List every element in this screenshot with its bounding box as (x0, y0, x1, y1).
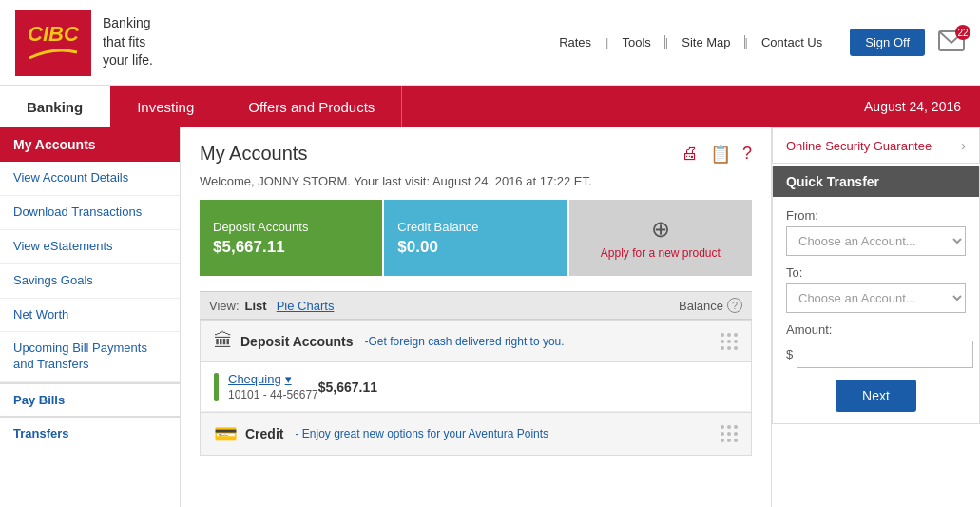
logo-swoosh (25, 45, 82, 62)
content-header: My Accounts 🖨 📋 ? (200, 143, 752, 165)
sidebar: My Accounts View Account Details Downloa… (0, 127, 181, 507)
green-bar (214, 373, 219, 401)
content-icons: 🖨 📋 ? (682, 144, 752, 165)
deposit-label: Deposit Accounts (213, 220, 369, 234)
apply-product[interactable]: ⊕ Apply for a new product (569, 200, 752, 276)
top-right-area: Rates | Tools | Site Map | Contact Us Si… (546, 29, 965, 56)
balance-help-icon[interactable]: ? (727, 298, 742, 313)
sidebar-item-upcoming[interactable]: Upcoming Bill Payments and Transfers (0, 332, 180, 382)
page-title: My Accounts (200, 143, 307, 165)
credit-card-icon: 💳 (214, 422, 238, 445)
sidebar-section-transfers[interactable]: Transfers (0, 416, 180, 449)
view-label: View: (209, 299, 240, 313)
deposit-section-title: Deposit Accounts (240, 334, 354, 349)
chequing-info: Chequing ▾ 10101 - 44-56677 (228, 372, 318, 401)
apply-text: Apply for a new product (601, 246, 721, 260)
security-text: Online Security Guarantee (786, 139, 932, 153)
security-bar[interactable]: Online Security Guarantee › (772, 127, 980, 164)
drag-handle-credit[interactable] (721, 425, 738, 442)
print-icon[interactable]: 🖨 (682, 144, 699, 165)
sidebar-item-estatements[interactable]: View eStatements (0, 230, 180, 264)
dropdown-icon[interactable]: ▾ (285, 372, 292, 386)
tools-link[interactable]: Tools (609, 35, 665, 49)
help-icon[interactable]: ? (742, 144, 752, 165)
logo-area: CIBC Banking that fits your life. (15, 10, 153, 76)
chequing-row: Chequing ▾ 10101 - 44-56677 $5,667.11 (201, 362, 751, 412)
deposit-amount: $5,667.11 (213, 238, 369, 257)
content-area: My Accounts 🖨 📋 ? Welcome, JONNY STORM. … (181, 127, 771, 507)
cibc-logo: CIBC (15, 10, 91, 76)
chevron-icon: › (961, 138, 966, 153)
deposit-section-promo: -Get foreign cash delivered right to you… (365, 335, 565, 348)
credit-section-promo: - Enjoy great new options for your Avent… (295, 427, 548, 440)
credit-amount: $0.00 (397, 238, 553, 257)
apply-icon: ⊕ (651, 216, 670, 243)
quick-transfer-body: From: Choose an Account... To: Choose an… (773, 197, 979, 423)
from-label: From: (786, 208, 966, 223)
bank-icon: 🏛 (214, 330, 233, 352)
sitemap-link[interactable]: Site Map (668, 35, 744, 49)
nav-tab-banking[interactable]: Banking (0, 86, 110, 127)
chequing-number: 10101 - 44-56677 (228, 388, 318, 401)
credit-summary: Credit Balance $0.00 (384, 200, 567, 276)
chequing-link[interactable]: Chequing ▾ (228, 372, 318, 386)
logo-tagline: Banking that fits your life. (103, 14, 153, 70)
credit-label: Credit Balance (397, 220, 553, 234)
view-list-link[interactable]: List (245, 299, 267, 313)
right-panel: Online Security Guarantee › Quick Transf… (771, 127, 980, 507)
from-account-select[interactable]: Choose an Account... (786, 226, 966, 256)
main-layout: My Accounts View Account Details Downloa… (0, 127, 980, 507)
drag-handle-deposit[interactable] (721, 333, 738, 350)
sign-off-button[interactable]: Sign Off (850, 29, 925, 56)
contact-link[interactable]: Contact Us (748, 35, 836, 49)
credit-section-title: Credit (245, 426, 283, 441)
welcome-text: Welcome, JONNY STORM. Your last visit: A… (200, 174, 752, 188)
nav-tab-offers[interactable]: Offers and Products (221, 86, 402, 127)
next-button[interactable]: Next (836, 380, 916, 412)
view-bar: View: List Pie Charts Balance ? (200, 291, 752, 320)
top-bar: CIBC Banking that fits your life. Rates … (0, 0, 980, 86)
nav-tab-investing[interactable]: Investing (110, 86, 221, 127)
sidebar-item-net-worth[interactable]: Net Worth (0, 299, 180, 333)
sidebar-item-download[interactable]: Download Transactions (0, 196, 180, 230)
to-account-select[interactable]: Choose an Account... (786, 283, 966, 313)
chequing-balance: $5,667.11 (318, 380, 377, 395)
dollar-sign: $ (786, 347, 793, 361)
quick-transfer: Quick Transfer From: Choose an Account..… (772, 166, 980, 424)
rates-link[interactable]: Rates (546, 35, 605, 49)
deposit-section-header: 🏛 Deposit Accounts -Get foreign cash del… (201, 321, 751, 362)
nav-date: August 24, 2016 (864, 86, 980, 127)
account-summary: Deposit Accounts $5,667.11 Credit Balanc… (200, 200, 752, 276)
amount-label: Amount: (786, 322, 966, 337)
amount-row: $ (786, 341, 966, 368)
sidebar-item-savings[interactable]: Savings Goals (0, 264, 180, 299)
sidebar-section-pay-bills[interactable]: Pay Bills (0, 382, 180, 416)
nav-bar: Banking Investing Offers and Products Au… (0, 86, 980, 127)
mail-badge: 22 (955, 25, 970, 40)
deposit-summary: Deposit Accounts $5,667.11 (200, 200, 382, 276)
sidebar-header: My Accounts (0, 127, 180, 162)
mail-icon[interactable]: 22 (938, 30, 965, 54)
logo-text: CIBC (28, 24, 79, 45)
deposit-accounts-section: 🏛 Deposit Accounts -Get foreign cash del… (200, 320, 752, 456)
amount-input[interactable] (797, 341, 973, 368)
to-label: To: (786, 265, 966, 280)
balance-label: Balance ? (679, 298, 742, 313)
sidebar-item-view-account[interactable]: View Account Details (0, 162, 180, 196)
credit-section-header: 💳 Credit - Enjoy great new options for y… (201, 412, 751, 455)
clipboard-icon[interactable]: 📋 (710, 144, 731, 165)
quick-transfer-header: Quick Transfer (773, 166, 979, 197)
view-pie-link[interactable]: Pie Charts (277, 299, 335, 313)
